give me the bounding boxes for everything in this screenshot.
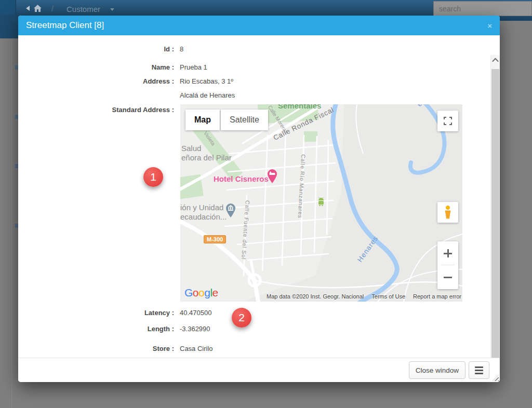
- scroll-up-button[interactable]: [491, 55, 500, 65]
- map-type-controls: Map Satellite: [185, 110, 268, 130]
- modal-scrollbar[interactable]: [490, 55, 500, 358]
- zoom-out-button[interactable]: [437, 265, 458, 289]
- search-input[interactable]: [433, 1, 532, 16]
- close-window-button[interactable]: Close window: [409, 361, 466, 379]
- map-label-salud: Salud: [181, 144, 201, 153]
- chevron-up-icon: [492, 58, 499, 64]
- map-label-hotel-cisneros: Hotel Cisneros: [214, 174, 269, 183]
- field-name: Name : Prueba 1: [18, 63, 482, 72]
- streetmap-client-modal: Streetmap Client [8] × Id : 8 Name : Pru…: [18, 16, 500, 382]
- field-address: Address : Rio Escabas, 3 1º Alcalá de He…: [18, 77, 482, 100]
- annotation-badge-1: 1: [143, 167, 163, 187]
- map-label-senora-del-pilar: eñora del Pilar: [181, 153, 232, 162]
- modal-header: Streetmap Client [8] ×: [18, 16, 500, 35]
- m300-road-badge: M-300: [204, 235, 226, 243]
- minus-icon: [444, 277, 452, 278]
- breadcrumb-customer[interactable]: Customer: [66, 5, 100, 13]
- map-data-credit: Map data ©2020 Inst. Geogr. Nacional: [267, 293, 364, 300]
- back-arrow-icon[interactable]: [26, 6, 30, 11]
- report-map-error-link[interactable]: Report a map error: [413, 293, 461, 300]
- map-label-sementales: Sementales: [278, 104, 321, 110]
- satellite-tab[interactable]: Satellite: [221, 110, 268, 130]
- bank-pin-icon[interactable]: [225, 203, 236, 218]
- plus-icon: [444, 249, 452, 257]
- pegman-icon: [443, 206, 453, 219]
- zoom-controls: [437, 241, 458, 289]
- pegman-button[interactable]: [437, 202, 458, 223]
- menu-button[interactable]: [469, 361, 489, 379]
- fullscreen-icon: [444, 117, 452, 125]
- map-label-recaudacion: ecaudación...: [180, 212, 227, 221]
- hotel-pin-icon[interactable]: [267, 169, 278, 184]
- map-tab[interactable]: Map: [185, 110, 220, 130]
- field-store: Store : Casa Cirilo: [18, 345, 482, 353]
- terms-of-use-link[interactable]: Terms of Use: [371, 293, 405, 300]
- android-icon[interactable]: [317, 197, 325, 206]
- home-icon[interactable]: [33, 4, 42, 12]
- fullscreen-button[interactable]: [437, 111, 458, 131]
- map-attribution: Map data ©2020 Inst. Geogr. Nacional Ter…: [267, 293, 461, 300]
- google-map[interactable]: Sementales Calle Moreras Calle Ronda Fis…: [180, 104, 462, 302]
- chevron-down-icon: [110, 8, 114, 11]
- annotation-badge-2: 2: [232, 308, 251, 328]
- close-icon[interactable]: ×: [487, 22, 492, 30]
- field-id: Id : 8: [18, 45, 482, 53]
- resize-grip[interactable]: [493, 375, 499, 381]
- zoom-in-button[interactable]: [437, 241, 458, 265]
- field-length: Length : -3.362990: [18, 325, 482, 333]
- scrollbar-thumb[interactable]: [491, 69, 499, 358]
- map-label-union-y-unidad: ión y Unidad: [180, 203, 223, 212]
- background-table-border: [11, 38, 12, 408]
- modal-body: Id : 8 Name : Prueba 1 Address : Rio Esc…: [18, 35, 500, 358]
- hamburger-icon: [475, 366, 483, 368]
- google-logo[interactable]: Google: [184, 287, 218, 299]
- modal-footer: Close window: [18, 358, 500, 382]
- breadcrumb-separator: /: [51, 5, 54, 13]
- modal-title: Streetmap Client [8]: [26, 20, 104, 31]
